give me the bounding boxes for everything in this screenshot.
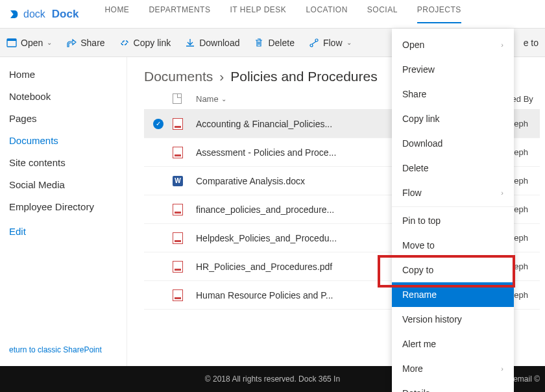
- trash-icon: [254, 38, 264, 48]
- ctx-more[interactable]: More›: [392, 356, 514, 381]
- ctx-version-history[interactable]: Version history: [392, 307, 514, 332]
- ctx-flow[interactable]: Flow›: [392, 180, 514, 205]
- chevron-down-icon: ⌄: [221, 95, 226, 103]
- sidebar-item-sitecontents[interactable]: Site contents: [9, 157, 117, 168]
- ctx-delete[interactable]: Delete: [392, 156, 514, 180]
- chevron-down-icon: ⌄: [346, 39, 352, 46]
- flow-button[interactable]: Flow ⌄: [309, 38, 352, 48]
- logo-icon: [9, 9, 19, 19]
- nav-home[interactable]: HOME: [104, 5, 129, 23]
- document-icon: [173, 93, 182, 104]
- breadcrumb-root[interactable]: Documents: [144, 69, 213, 84]
- ctx-rename[interactable]: Rename: [392, 282, 514, 307]
- sidebar-item-home[interactable]: Home: [9, 69, 117, 80]
- sidebar-item-documents[interactable]: Documents: [9, 135, 117, 146]
- sidebar-item-notebook[interactable]: Notebook: [9, 91, 117, 102]
- ctx-pin-to-top[interactable]: Pin to top: [392, 208, 514, 233]
- pdf-icon: [173, 261, 183, 273]
- ctx-copy-link[interactable]: Copy link: [392, 106, 514, 131]
- nav-social[interactable]: SOCIAL: [367, 5, 398, 23]
- check-icon: ✓: [153, 119, 164, 129]
- footer-text: © 2018 All rights reserved. Dock 365 In: [205, 374, 340, 384]
- ctx-alert-me[interactable]: Alert me: [392, 332, 514, 356]
- pdf-icon: [173, 147, 183, 158]
- row-checkbox[interactable]: ✓: [144, 119, 173, 129]
- context-menu: Open›PreviewShareCopy linkDownloadDelete…: [392, 29, 514, 392]
- word-icon: W: [173, 176, 183, 186]
- pdf-icon: [173, 204, 183, 215]
- ctx-open[interactable]: Open›: [392, 32, 514, 57]
- nav-location[interactable]: LOCATION: [306, 5, 347, 23]
- sidebar-item-empdir[interactable]: Employee Directory: [9, 201, 117, 212]
- svg-point-3: [315, 39, 318, 42]
- pdf-icon: [173, 118, 183, 130]
- share-icon: [66, 38, 77, 48]
- brand-name[interactable]: Dock: [52, 8, 79, 21]
- open-icon: [6, 38, 17, 48]
- svg-rect-1: [7, 39, 16, 41]
- footer-right: email ©: [513, 374, 540, 384]
- sidebar: Home Notebook Pages Documents Site conte…: [0, 57, 127, 366]
- ctx-share[interactable]: Share: [392, 82, 514, 106]
- ctx-copy-to[interactable]: Copy to: [392, 258, 514, 282]
- nav-it-help-desk[interactable]: IT HELP DESK: [230, 5, 286, 23]
- sidebar-item-pages[interactable]: Pages: [9, 113, 117, 124]
- nav-departments[interactable]: DEPARTMENTS: [149, 5, 210, 23]
- pdf-icon: [173, 232, 183, 244]
- move-to-partial[interactable]: e to: [524, 38, 539, 48]
- delete-button[interactable]: Delete: [254, 38, 294, 48]
- flow-icon: [309, 38, 319, 48]
- logo-text: dock: [23, 8, 45, 20]
- ctx-move-to[interactable]: Move to: [392, 233, 514, 258]
- return-classic-link[interactable]: eturn to classic SharePoint: [9, 345, 117, 354]
- breadcrumb-sep: ›: [219, 69, 224, 84]
- chevron-right-icon: ›: [501, 189, 503, 197]
- ctx-preview[interactable]: Preview: [392, 57, 514, 82]
- sidebar-edit[interactable]: Edit: [9, 226, 117, 237]
- chevron-right-icon: ›: [501, 365, 503, 373]
- top-nav: dock Dock HOME DEPARTMENTS IT HELP DESK …: [0, 0, 545, 29]
- download-button[interactable]: Download: [185, 38, 239, 48]
- open-button[interactable]: Open ⌄: [6, 38, 52, 48]
- chevron-right-icon: ›: [501, 41, 503, 49]
- share-button[interactable]: Share: [66, 38, 104, 48]
- ctx-details[interactable]: Details: [392, 381, 514, 392]
- copy-link-button[interactable]: Copy link: [119, 38, 171, 48]
- sidebar-item-socialmedia[interactable]: Social Media: [9, 179, 117, 190]
- logo[interactable]: dock: [9, 8, 45, 20]
- link-icon: [119, 38, 130, 48]
- nav-projects[interactable]: PROJECTS: [417, 5, 461, 23]
- chevron-down-icon: ⌄: [47, 39, 52, 46]
- breadcrumb-current[interactable]: Policies and Procedures: [230, 69, 377, 84]
- svg-point-2: [310, 44, 313, 47]
- ctx-download[interactable]: Download: [392, 131, 514, 156]
- pdf-icon: [173, 289, 183, 301]
- col-type-icon[interactable]: [173, 93, 196, 104]
- topnav-links: HOME DEPARTMENTS IT HELP DESK LOCATION S…: [104, 5, 461, 23]
- download-icon: [185, 38, 195, 48]
